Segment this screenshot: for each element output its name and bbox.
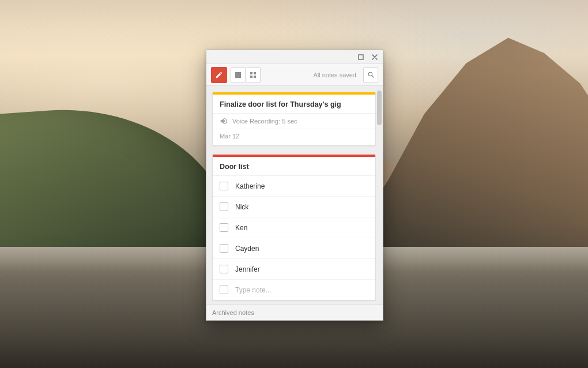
list-view-icon bbox=[235, 72, 242, 78]
new-item-placeholder: Type note... bbox=[235, 286, 272, 294]
note-card[interactable]: Finalize door list for Thursday's gig Vo… bbox=[212, 92, 376, 146]
checkbox[interactable] bbox=[220, 265, 228, 273]
svg-rect-2 bbox=[250, 72, 252, 74]
checklist-item[interactable]: Nick bbox=[213, 196, 375, 217]
view-toggle-group bbox=[231, 67, 261, 82]
checklist-item-label: Nick bbox=[235, 203, 248, 211]
grid-view-button[interactable] bbox=[246, 67, 261, 82]
note-date: Mar 12 bbox=[213, 129, 375, 145]
checklist-item[interactable]: Ken bbox=[213, 217, 375, 238]
checkbox[interactable] bbox=[220, 286, 228, 294]
note-title: Finalize door list for Thursday's gig bbox=[213, 95, 375, 113]
checklist-item-label: Cayden bbox=[235, 245, 259, 253]
grid-view-icon bbox=[250, 72, 257, 78]
maximize-icon bbox=[358, 54, 364, 60]
save-status-text: All notes saved bbox=[313, 72, 356, 78]
notes-scroll-container[interactable]: Finalize door list for Thursday's gig Vo… bbox=[206, 86, 383, 304]
svg-line-7 bbox=[372, 76, 374, 77]
search-button[interactable] bbox=[363, 67, 378, 82]
svg-rect-0 bbox=[359, 55, 363, 59]
svg-rect-5 bbox=[254, 76, 256, 78]
app-toolbar: All notes saved bbox=[206, 64, 383, 86]
checklist: Katherine Nick Ken Cayden bbox=[213, 175, 375, 300]
checkbox[interactable] bbox=[220, 182, 228, 190]
svg-rect-3 bbox=[254, 72, 256, 74]
checkbox[interactable] bbox=[220, 223, 228, 232]
speaker-icon bbox=[220, 117, 228, 125]
desktop-wallpaper: All notes saved Finalize door list for T… bbox=[0, 0, 588, 368]
archived-notes-label: Archived notes bbox=[212, 309, 254, 316]
svg-point-6 bbox=[368, 72, 372, 76]
notes-list-area: Finalize door list for Thursday's gig Vo… bbox=[206, 86, 383, 304]
pencil-icon bbox=[215, 71, 223, 79]
new-note-button[interactable] bbox=[211, 67, 227, 83]
window-titlebar bbox=[206, 50, 383, 64]
close-icon bbox=[372, 54, 378, 60]
notes-app-window: All notes saved Finalize door list for T… bbox=[206, 50, 383, 321]
checklist-item-label: Jennifer bbox=[235, 265, 260, 273]
checklist-item[interactable]: Cayden bbox=[213, 238, 375, 258]
new-checklist-item[interactable]: Type note... bbox=[213, 279, 375, 300]
checklist-item[interactable]: Jennifer bbox=[213, 258, 375, 279]
voice-recording-attachment[interactable]: Voice Recording: 5 sec bbox=[213, 113, 375, 129]
checklist-item-label: Katherine bbox=[235, 182, 265, 190]
note-title: Door list bbox=[213, 157, 375, 175]
list-view-button[interactable] bbox=[231, 67, 246, 82]
note-card[interactable]: Door list Katherine Nick Ken bbox=[212, 154, 376, 301]
window-close-button[interactable] bbox=[369, 52, 380, 62]
checkbox[interactable] bbox=[220, 202, 228, 211]
archived-notes-bar[interactable]: Archived notes bbox=[206, 304, 383, 320]
window-maximize-button[interactable] bbox=[355, 52, 367, 62]
svg-rect-4 bbox=[250, 76, 252, 78]
checklist-item[interactable]: Katherine bbox=[213, 176, 375, 196]
voice-recording-label: Voice Recording: 5 sec bbox=[232, 118, 297, 125]
svg-rect-1 bbox=[235, 72, 241, 78]
search-icon bbox=[367, 71, 375, 78]
checklist-item-label: Ken bbox=[235, 224, 247, 232]
checkbox[interactable] bbox=[220, 244, 228, 253]
